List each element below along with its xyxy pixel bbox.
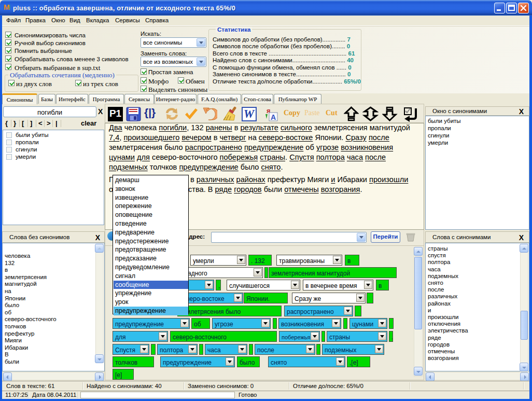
svg-text:W: W xyxy=(244,107,255,120)
svg-text:A: A xyxy=(271,113,276,121)
